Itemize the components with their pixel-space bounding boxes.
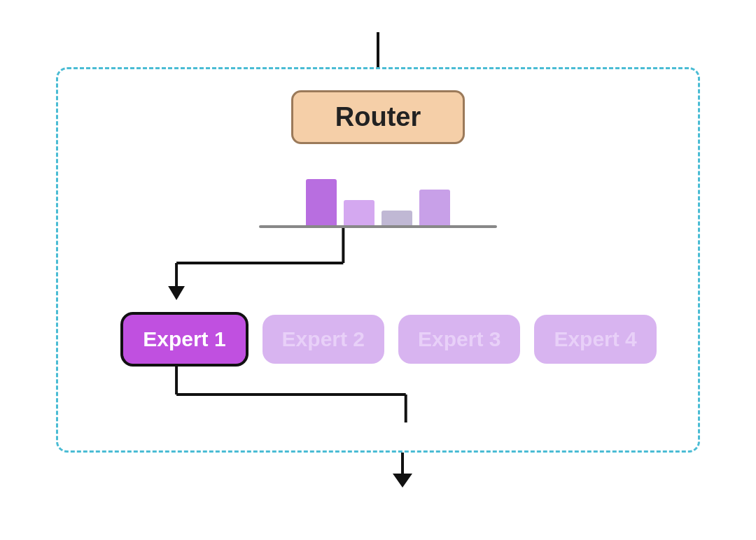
dashed-container: Router [56,67,700,453]
diagram-wrapper: Router [42,32,714,508]
top-input-arrow [377,32,379,67]
bottom-arrow-head [393,474,412,488]
bar-4 [419,190,450,228]
bar-1 [306,179,337,228]
bar-chart [259,151,497,228]
expert-1-box: Expert 1 [120,312,248,367]
expert-3-box: Expert 3 [398,315,520,364]
bar-chart-inner [306,179,450,228]
routing-svg [86,228,670,312]
expert-3-label: Expert 3 [418,327,500,350]
bottom-routing-svg [86,367,670,422]
expert-4-box: Expert 4 [534,315,656,364]
svg-marker-3 [168,286,185,300]
expert-2-box: Expert 2 [262,315,384,364]
expert-1-label: Expert 1 [143,327,225,350]
routing-lines-area [86,228,670,312]
bar-2 [344,200,374,228]
bottom-output-arrow [393,453,412,488]
top-arrow-line [377,32,379,67]
expert-2-label: Expert 2 [282,327,365,350]
bottom-arrow-line [401,453,404,474]
experts-row: Expert 1 Expert 2 Expert 3 Expert 4 [99,312,657,367]
router-label: Router [335,102,421,132]
bottom-routing-area [86,367,670,422]
router-node: Router [291,90,465,144]
expert-4-label: Expert 4 [554,327,636,350]
